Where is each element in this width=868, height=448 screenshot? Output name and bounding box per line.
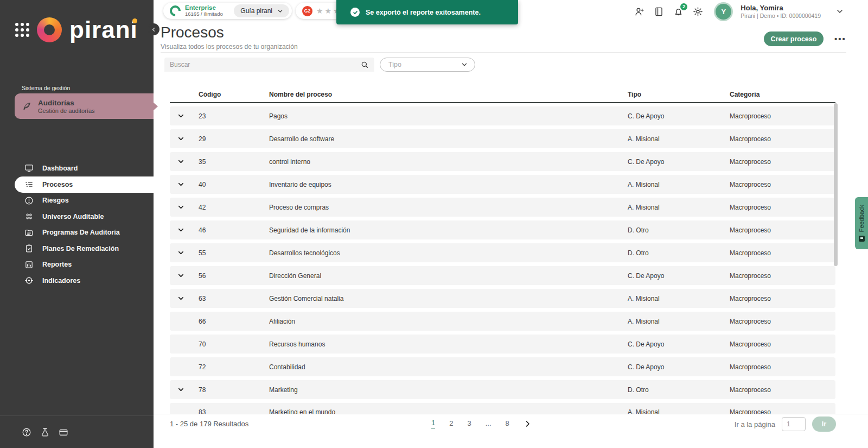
row-expand-chevron-icon[interactable] — [170, 386, 192, 394]
sidebar-item-label: Indicadores — [42, 277, 80, 285]
sidebar-item-riesgos[interactable]: Riesgos — [0, 193, 154, 209]
planes-icon — [24, 244, 34, 253]
table-row[interactable]: 72ContabilidadC. De ApoyoMacroproceso — [170, 357, 835, 376]
module-subtitle: Gestión de auditorías — [38, 108, 95, 114]
sidebar-item-reportes[interactable]: Reportes — [0, 257, 154, 273]
header-divider — [161, 52, 846, 53]
create-process-button[interactable]: Crear proceso — [764, 31, 824, 46]
pagination-page-2[interactable]: 2 — [449, 419, 453, 428]
row-expand-chevron-icon[interactable] — [170, 135, 192, 143]
pirani-donut-icon — [37, 17, 62, 42]
sidebar-collapse-button[interactable] — [149, 24, 158, 34]
row-expand-chevron-icon[interactable] — [170, 226, 192, 234]
notifications-bell[interactable]: 2 — [673, 7, 684, 17]
add-user-icon[interactable] — [634, 7, 644, 17]
chevron-left-icon — [151, 27, 157, 33]
search-icon[interactable] — [360, 60, 369, 69]
toast-message: Se exportó el reporte exitosamente. — [366, 9, 481, 16]
procesos-icon — [24, 180, 34, 189]
row-expand-chevron-icon[interactable] — [170, 112, 192, 120]
search-box — [164, 58, 374, 72]
sidebar-nav: DashboardProcesosRiesgosUniverso Auditab… — [0, 160, 154, 289]
table-row[interactable]: 29Desarrollo de softwareA. MisionalMacro… — [170, 129, 835, 148]
table-row[interactable]: 35control internoC. De ApoyoMacroproceso — [170, 152, 835, 171]
cell-nombre: Inventario de equipos — [269, 181, 628, 188]
guide-button[interactable]: Guía pirani — [234, 4, 289, 17]
sidebar-item-label: Riesgos — [42, 197, 69, 204]
column-header: Código — [199, 91, 269, 98]
cell-nombre: Gestión Comercial natalia — [269, 295, 628, 302]
table-row[interactable]: 56Dirección GeneralC. De ApoyoMacroproce… — [170, 266, 835, 285]
sidebar-item-indicadores[interactable]: Indicadores — [0, 273, 154, 289]
cell-categoria: Macroproceso — [730, 112, 835, 120]
row-expand-chevron-icon[interactable] — [170, 272, 192, 280]
search-input[interactable] — [164, 61, 360, 68]
notifications-badge: 2 — [680, 3, 687, 10]
gear-icon[interactable] — [693, 7, 703, 17]
sidebar-item-universo-auditable[interactable]: Universo Auditable — [0, 209, 154, 225]
indicadores-icon — [24, 276, 34, 285]
row-chevron-placeholder — [170, 403, 192, 408]
topbar-right-cluster: 2 Y Hola, Yomira Pirani | Demo • ID: 000… — [634, 0, 844, 23]
pagination-ellipsis: ... — [486, 419, 492, 428]
cell-codigo: 70 — [199, 340, 269, 348]
more-options-icon[interactable]: ••• — [834, 34, 846, 43]
table-row[interactable]: 46Seguridad de la informaciónD. OtroMacr… — [170, 220, 835, 239]
goto-page-label: Ir a la página — [735, 420, 775, 428]
cell-nombre: Contabilidad — [269, 363, 628, 371]
cell-nombre: control interno — [269, 158, 628, 166]
cell-nombre: Recursos humanos — [269, 340, 628, 348]
pagination-next-icon[interactable] — [524, 420, 532, 428]
row-expand-chevron-icon[interactable] — [170, 203, 192, 211]
cell-nombre: Dirección General — [269, 272, 628, 280]
table-row[interactable]: 23PagosC. De ApoyoMacroproceso — [170, 106, 835, 125]
user-greeting: Hola, Yomira — [741, 4, 821, 12]
cell-categoria: Macroproceso — [730, 135, 835, 143]
table-row[interactable]: 55Desarrollos tecnológicosD. OtroMacropr… — [170, 243, 835, 262]
table-row[interactable]: 66AfiliaciónA. MisionalMacroproceso — [170, 312, 835, 331]
row-expand-chevron-icon[interactable] — [170, 249, 192, 257]
go-button[interactable]: Ir — [812, 417, 836, 432]
feedback-tab[interactable]: Feedback — [855, 197, 868, 249]
pagination-page-8[interactable]: 8 — [506, 419, 509, 428]
sidebar-item-procesos[interactable]: Procesos — [15, 176, 154, 193]
card-icon[interactable] — [59, 427, 68, 437]
vertical-scrollbar[interactable] — [834, 103, 838, 266]
results-count: 1 - 25 de 179 Resultados — [170, 420, 248, 428]
goto-page-input[interactable] — [782, 417, 806, 431]
reportes-icon — [24, 260, 34, 269]
help-icon[interactable] — [22, 427, 31, 437]
pagination-page-1[interactable]: 1 — [431, 419, 435, 428]
cell-codigo: 23 — [199, 112, 269, 120]
cell-categoria: Macroproceso — [730, 318, 835, 325]
pagination-page-3[interactable]: 3 — [467, 419, 471, 428]
table-row[interactable]: 42Proceso de comprasA. MisionalMacroproc… — [170, 198, 835, 217]
row-expand-chevron-icon[interactable] — [170, 294, 192, 302]
table-row[interactable]: 40Inventario de equiposA. MisionalMacrop… — [170, 175, 835, 194]
cell-tipo: C. De Apoyo — [628, 158, 730, 166]
cell-tipo: D. Otro — [628, 249, 730, 257]
table-row[interactable]: 63Gestión Comercial nataliaA. MisionalMa… — [170, 289, 835, 308]
table-row[interactable]: 70Recursos humanosC. De ApoyoMacroproces… — [170, 335, 835, 354]
chevron-down-icon[interactable] — [835, 7, 844, 16]
feedback-label: Feedback — [858, 205, 865, 232]
row-expand-chevron-icon[interactable] — [170, 180, 192, 188]
cell-tipo: C. De Apoyo — [628, 340, 730, 348]
type-filter-select[interactable]: Tipo — [380, 58, 475, 72]
sidebar-item-programas-de-auditoría[interactable]: Programas De Auditoría — [0, 225, 154, 241]
cell-categoria: Macroproceso — [730, 363, 835, 371]
module-auditorias[interactable]: Auditorías Gestión de auditorías — [15, 93, 154, 119]
pagination: 123...8 — [431, 419, 532, 428]
cell-categoria: Macroproceso — [730, 340, 835, 348]
flask-icon[interactable] — [40, 427, 50, 437]
cell-nombre: Seguridad de la información — [269, 226, 628, 234]
row-expand-chevron-icon[interactable] — [170, 157, 192, 166]
avatar[interactable]: Y — [716, 4, 731, 20]
brand-yellow-dot — [132, 18, 137, 23]
cell-tipo: A. Misional — [628, 181, 730, 188]
sidebar-item-planes-de-remediación[interactable]: Planes De Remediación — [0, 241, 154, 257]
sidebar-item-dashboard[interactable]: Dashboard — [0, 160, 154, 176]
library-icon[interactable] — [654, 7, 664, 17]
table-row[interactable]: 78MarketingD. OtroMacroproceso — [170, 380, 835, 399]
feedback-icon — [859, 236, 865, 242]
